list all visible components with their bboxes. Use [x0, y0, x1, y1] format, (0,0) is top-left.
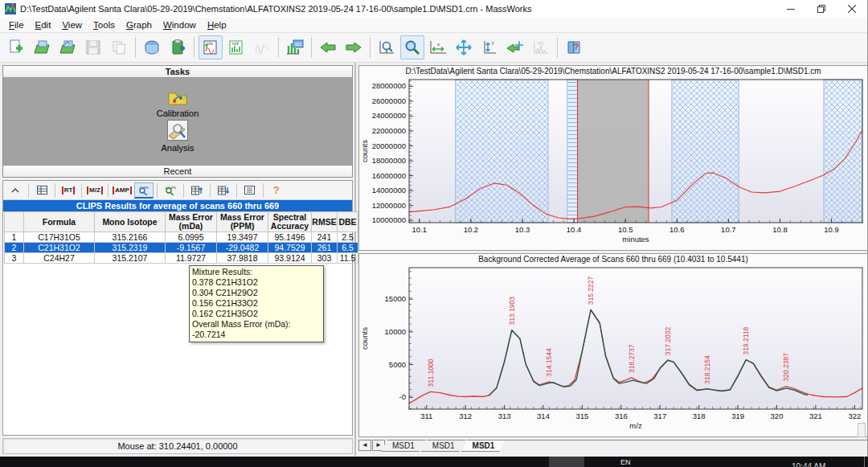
zoom-axes-button[interactable] — [375, 35, 399, 59]
column-header[interactable]: Formula — [24, 212, 95, 232]
result-row-C24H27[interactable]: 3C24H27315.210711.972737.981893.91243031… — [5, 253, 358, 264]
spectrum-plot[interactable]: -050001000015000311312313314315316317318… — [359, 264, 867, 436]
mz-filter-button[interactable]: M/Z — [85, 182, 104, 199]
help-button[interactable]: ? — [267, 182, 286, 199]
tooltip-line: Overall Mass Error (mDa): -20.7214 — [192, 319, 321, 340]
grid-view-button[interactable] — [32, 182, 51, 199]
column-header[interactable]: RMSE — [312, 212, 338, 232]
svg-text:?: ? — [574, 43, 579, 51]
chromatogram-plot[interactable]: 1000000012000000140000001600000018000000… — [359, 76, 867, 249]
export-table-button[interactable] — [214, 182, 233, 199]
tab-msd1-0[interactable]: MSD1 — [381, 440, 426, 452]
svg-text:26000000: 26000000 — [372, 96, 406, 105]
sclips-search-button[interactable]: sCLIPS — [161, 182, 180, 199]
shift-axis-button[interactable] — [503, 35, 527, 59]
task-analysis[interactable]: Analysis — [162, 120, 194, 153]
tab-scroll-left-button[interactable]: ◄ — [358, 440, 371, 451]
column-header[interactable]: Mono Isotope — [95, 212, 166, 232]
cell: 2.5 — [338, 232, 358, 243]
svg-text:10.1: 10.1 — [412, 225, 428, 234]
svg-text:318: 318 — [693, 412, 706, 420]
tab-msd1-1[interactable]: MSD1 — [421, 440, 466, 452]
svg-text:28000000: 28000000 — [372, 81, 406, 90]
paste-clipboard-button[interactable] — [166, 35, 190, 59]
svg-text:TIC: TIC — [537, 41, 545, 46]
menu-help[interactable]: Help — [202, 18, 232, 31]
svg-text:10.7: 10.7 — [721, 225, 736, 234]
chromatogram-view-button[interactable]: min — [199, 35, 223, 59]
show-desktop-edge[interactable] — [864, 457, 865, 467]
zoom-y-button[interactable]: Y — [477, 35, 502, 59]
column-header[interactable]: SpectralAccuracy — [268, 212, 312, 232]
menu-bar: FileEditViewToolsGraphWindowHelp — [0, 18, 867, 33]
analysis-magnifier-icon — [167, 120, 188, 142]
spectrum-title: Background Corrected Average of Scans 66… — [359, 254, 867, 264]
column-header[interactable]: Mass Error(mDa) — [166, 212, 217, 232]
menu-window[interactable]: Window — [158, 18, 202, 31]
import-table-button[interactable] — [187, 182, 207, 199]
cell: 95.1496 — [268, 232, 312, 243]
massworks-window: D:\TestData\Agilent Santa Clara\05-29-20… — [0, 0, 868, 457]
cell: 11.5 — [338, 253, 358, 264]
svg-text:24000000: 24000000 — [372, 111, 406, 120]
pan-button[interactable] — [452, 35, 476, 59]
result-row-C21H31O2[interactable]: 2C21H31O2315.2319-9.1567-29.048294.75292… — [5, 243, 358, 253]
results-toolbar: RTM/ZAMPCLIPSsCLIPS? — [3, 181, 352, 200]
result-row-C17H31O5[interactable]: 1C17H31O5315.21666.099519.349795.1496241… — [5, 232, 358, 243]
taskbar-language-indicator[interactable]: EN — [620, 458, 631, 466]
tooltip-line: 0.156 C21H33O2 — [192, 298, 321, 309]
mouse-position-status: Mouse at: 310.24401, 0.00000 — [2, 438, 353, 454]
restore-button[interactable] — [806, 0, 837, 18]
new-document-button[interactable] — [4, 35, 28, 59]
open-analysis-button[interactable] — [55, 35, 80, 59]
svg-text:counts: counts — [360, 327, 369, 350]
svg-text:315: 315 — [576, 412, 589, 420]
svg-text:321: 321 — [809, 412, 822, 420]
collapse-button[interactable] — [6, 182, 25, 199]
toolbar-separator — [183, 183, 184, 198]
open-folder-button[interactable] — [30, 35, 54, 59]
tooltip-line: 0.304 C21H29O2 — [192, 288, 321, 298]
task-calibration[interactable]: Calibration — [157, 90, 199, 118]
calibration-display-button[interactable]: 101 — [283, 35, 307, 59]
magnifier-button[interactable] — [400, 35, 424, 59]
column-header[interactable]: Mass Error(PPM) — [217, 212, 268, 232]
svg-text:10.4: 10.4 — [567, 225, 582, 234]
toolbar-separator — [370, 37, 371, 58]
svg-text:322: 322 — [848, 412, 861, 420]
zoom-x-button[interactable]: x — [426, 35, 450, 59]
3d-view-button[interactable] — [140, 35, 164, 59]
tab-msd1-2[interactable]: MSD1 — [461, 440, 506, 452]
menu-tools[interactable]: Tools — [88, 18, 121, 31]
list-options-button[interactable] — [240, 182, 260, 199]
tabline — [506, 440, 868, 440]
minimize-button[interactable] — [776, 0, 806, 18]
menu-edit[interactable]: Edit — [30, 18, 57, 31]
windows-taskbar[interactable]: EN 10:44 AM — [0, 457, 868, 467]
forward-arrow-button[interactable] — [342, 35, 366, 59]
tasks-panel: Tasks CalibrationAnalysis Recent — [2, 65, 353, 178]
clips-search-button[interactable]: CLIPS — [134, 182, 154, 199]
cell: 94.7529 — [268, 243, 312, 253]
menu-view[interactable]: View — [56, 18, 88, 31]
title-bar: D:\TestData\Agilent Santa Clara\05-29-20… — [0, 0, 867, 18]
column-header[interactable]: DBE — [338, 212, 358, 232]
recent-header[interactable]: Recent — [3, 165, 352, 177]
back-arrow-button[interactable] — [316, 35, 340, 59]
amp-filter-button[interactable]: AMP — [112, 182, 133, 199]
column-header[interactable] — [5, 212, 24, 232]
svg-text:22000000: 22000000 — [372, 126, 406, 135]
rt-filter-button[interactable]: RT — [59, 182, 78, 199]
menu-graph[interactable]: Graph — [121, 18, 158, 31]
svg-text:312: 312 — [459, 412, 472, 420]
spectrum-view-button[interactable]: m/z — [224, 35, 248, 59]
svg-text:314.1544: 314.1544 — [545, 348, 553, 377]
svg-text:316: 316 — [615, 412, 628, 420]
menu-file[interactable]: File — [3, 18, 30, 31]
svg-text:20000000: 20000000 — [372, 141, 406, 150]
taskbar-clock[interactable]: 10:44 AM — [792, 462, 825, 467]
help-button[interactable]: ? — [562, 35, 586, 59]
resize-grip[interactable] — [858, 423, 866, 437]
close-button[interactable] — [837, 0, 867, 18]
taskbar-app-button[interactable] — [549, 457, 584, 467]
